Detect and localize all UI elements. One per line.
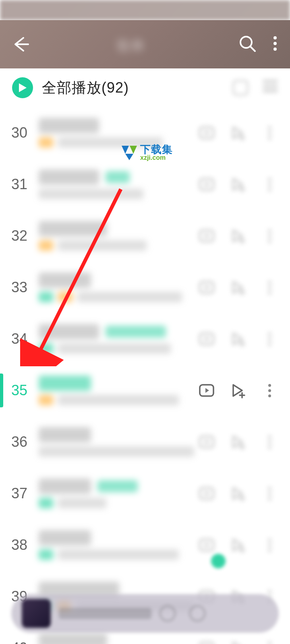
search-button[interactable] xyxy=(238,34,257,55)
song-meta xyxy=(39,530,194,560)
mv-icon[interactable] xyxy=(198,485,215,502)
add-to-queue-icon[interactable] xyxy=(230,485,246,502)
mv-icon[interactable] xyxy=(198,382,215,399)
song-meta xyxy=(39,221,194,251)
song-subtitle xyxy=(77,292,182,302)
mv-icon[interactable] xyxy=(198,227,215,244)
multiselect-icon[interactable] xyxy=(263,80,278,92)
song-row[interactable]: 30 xyxy=(0,107,290,159)
song-title xyxy=(39,118,99,133)
more-button[interactable] xyxy=(272,34,278,55)
song-row[interactable]: 37 xyxy=(0,468,290,519)
add-to-queue-icon[interactable] xyxy=(230,382,246,399)
song-subtitle xyxy=(58,549,179,560)
mini-player[interactable] xyxy=(11,594,279,633)
song-badge xyxy=(58,292,72,302)
song-subtitle xyxy=(58,498,106,508)
add-to-queue-icon[interactable] xyxy=(230,537,246,553)
play-icon xyxy=(18,83,27,93)
mv-icon[interactable] xyxy=(198,433,215,450)
song-tag xyxy=(106,326,166,338)
song-index: 40 xyxy=(0,640,39,644)
song-row[interactable]: 33 xyxy=(0,262,290,313)
song-badge xyxy=(39,395,53,405)
song-more-icon[interactable] xyxy=(261,279,278,296)
mv-icon[interactable] xyxy=(198,537,215,553)
song-subtitle xyxy=(58,137,163,148)
song-actions xyxy=(198,640,278,644)
play-all-label[interactable]: 全部播放(92) xyxy=(42,78,129,98)
song-index: 35 xyxy=(0,382,39,399)
add-to-queue-icon[interactable] xyxy=(230,176,246,193)
add-to-queue-icon[interactable] xyxy=(230,279,246,296)
song-title xyxy=(39,479,91,494)
song-title xyxy=(39,427,91,442)
add-to-queue-icon[interactable] xyxy=(230,227,246,244)
mv-icon[interactable] xyxy=(198,124,215,141)
add-to-queue-icon[interactable] xyxy=(230,640,246,644)
song-meta xyxy=(39,272,194,302)
app-bar: 歌单 xyxy=(0,20,290,68)
song-badge xyxy=(39,137,53,148)
song-meta xyxy=(39,376,194,405)
search-icon xyxy=(238,34,257,53)
song-index: 34 xyxy=(0,330,39,347)
song-more-icon[interactable] xyxy=(261,124,278,141)
song-actions xyxy=(198,176,278,193)
song-row[interactable]: 32 xyxy=(0,210,290,262)
song-tag xyxy=(106,171,130,183)
song-row[interactable]: 34 xyxy=(0,313,290,365)
svg-point-3 xyxy=(273,47,277,51)
mini-queue-icon[interactable] xyxy=(189,605,205,621)
song-meta xyxy=(39,169,194,199)
playall-right-icons xyxy=(233,80,278,95)
song-meta xyxy=(39,324,194,354)
song-row[interactable]: 31 xyxy=(0,159,290,210)
back-button[interactable] xyxy=(12,35,36,53)
song-row[interactable]: 38 xyxy=(0,519,290,571)
mini-player-cover[interactable] xyxy=(22,599,51,628)
song-row[interactable]: 35 xyxy=(0,365,290,416)
add-to-queue-icon[interactable] xyxy=(230,433,246,450)
download-icon[interactable] xyxy=(233,80,248,95)
song-meta xyxy=(39,633,194,644)
back-arrow-icon xyxy=(12,35,30,53)
play-all-button[interactable] xyxy=(12,77,33,98)
mv-icon[interactable] xyxy=(198,330,215,347)
song-badge xyxy=(39,343,53,354)
song-meta xyxy=(39,479,194,508)
song-title xyxy=(39,221,107,236)
mv-icon[interactable] xyxy=(198,279,215,296)
mini-play-icon[interactable] xyxy=(160,605,176,621)
song-more-icon[interactable] xyxy=(261,640,278,644)
song-badge xyxy=(39,498,53,508)
song-subtitle xyxy=(58,395,179,405)
song-more-icon[interactable] xyxy=(261,537,278,553)
song-row[interactable]: 36 xyxy=(0,416,290,468)
status-bar xyxy=(0,0,290,20)
song-more-icon[interactable] xyxy=(261,227,278,244)
song-title xyxy=(39,376,91,391)
add-to-queue-icon[interactable] xyxy=(230,124,246,141)
song-actions xyxy=(198,227,278,244)
song-more-icon[interactable] xyxy=(261,485,278,502)
mv-icon[interactable] xyxy=(198,176,215,193)
add-to-queue-icon[interactable] xyxy=(230,330,246,347)
song-badge xyxy=(39,292,53,302)
song-more-icon[interactable] xyxy=(261,330,278,347)
song-index: 30 xyxy=(0,124,39,141)
song-subtitle xyxy=(39,189,143,199)
song-title xyxy=(39,633,107,644)
song-actions xyxy=(198,433,278,450)
song-more-icon[interactable] xyxy=(261,176,278,193)
song-more-icon[interactable] xyxy=(261,433,278,450)
song-actions xyxy=(198,279,278,296)
song-actions xyxy=(198,485,278,502)
song-title xyxy=(39,324,99,339)
song-more-icon[interactable] xyxy=(261,382,278,399)
song-badge xyxy=(39,240,53,251)
song-subtitle xyxy=(39,446,194,457)
song-actions xyxy=(198,537,278,553)
more-vertical-icon xyxy=(272,34,278,53)
mv-icon[interactable] xyxy=(198,640,215,644)
